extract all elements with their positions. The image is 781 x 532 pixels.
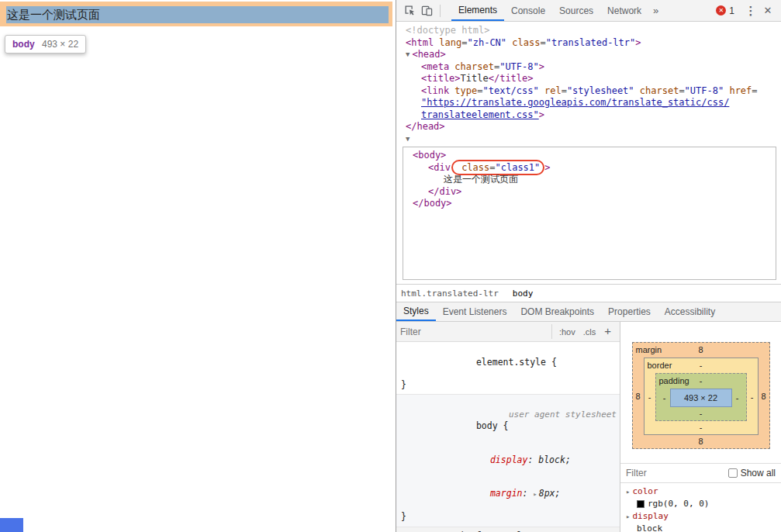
dom-token-p: = <box>679 85 684 96</box>
show-all-toggle[interactable]: Show all <box>728 468 776 478</box>
expand-icon[interactable]: ▸ <box>533 490 537 498</box>
margin-right-value[interactable]: 8 <box>759 392 769 401</box>
dom-line-body-close[interactable]: </body> <box>403 198 776 210</box>
more-tabs-button[interactable]: » <box>648 0 663 21</box>
close-icon[interactable]: ✕ <box>759 2 776 20</box>
tab-network[interactable]: Network <box>600 0 648 21</box>
new-style-rule-button[interactable]: + <box>600 324 616 339</box>
error-count-badge[interactable]: ✕ 1 <box>716 5 734 16</box>
element-classes-button[interactable]: .cls <box>579 326 600 338</box>
dom-token-text: 这是一个测试页面 <box>444 174 518 185</box>
dom-token-tag: </body> <box>413 198 452 209</box>
dom-token-attr: class <box>456 162 489 173</box>
css-property-margin[interactable]: margin: ▸8px; <box>401 477 617 512</box>
border-bottom-value[interactable]: - <box>700 423 703 432</box>
dom-line-body-arrow[interactable]: ▼ <box>396 133 781 146</box>
dom-line-link[interactable]: <link type="text/css" rel="stylesheet" c… <box>396 85 781 98</box>
border-left-value[interactable]: - <box>644 392 655 402</box>
styles-rules-list: element.style { } user agent stylesheet … <box>396 342 620 532</box>
border-right-value[interactable]: - <box>747 392 758 402</box>
padding-left-value[interactable]: - <box>659 393 670 402</box>
margin-label: margin <box>636 343 662 358</box>
tab-elements[interactable]: Elements <box>451 0 504 21</box>
padding-bottom-value[interactable]: - <box>700 409 703 418</box>
border-top-value[interactable]: - <box>700 361 703 370</box>
dom-line-link-url[interactable]: "https://translate.googleapis.com/transl… <box>396 97 781 109</box>
margin-top-value[interactable]: 8 <box>698 345 703 354</box>
computed-filter-input[interactable] <box>626 468 728 478</box>
dom-line-head-open[interactable]: ▼<head> <box>396 49 781 61</box>
screenshot-root: 这是一个测试页面 body 493 × 22 Elements Console … <box>0 0 781 532</box>
padding-right-value[interactable]: - <box>732 393 743 402</box>
margin-left-value[interactable]: 8 <box>633 392 644 401</box>
tab-event-listeners[interactable]: Event Listeners <box>436 302 514 321</box>
inspect-content-overlay: 这是一个测试页面 <box>6 6 389 23</box>
tab-accessibility[interactable]: Accessibility <box>658 302 722 321</box>
tooltip-dimensions: 493 × 22 <box>42 39 78 50</box>
border-label: border <box>648 358 672 373</box>
dom-line-link-url-2[interactable]: translateelement.css"> <box>396 109 781 122</box>
dom-line-doctype[interactable]: <!doctype html> <box>396 25 781 37</box>
page-text: 这是一个测试页面 <box>6 6 389 23</box>
styles-filter-input[interactable] <box>400 326 551 337</box>
inspect-icon <box>404 5 416 16</box>
translate-widget-fragment[interactable] <box>0 518 23 532</box>
brace: { <box>546 357 557 368</box>
kebab-menu-icon[interactable]: ⋮ <box>742 2 759 20</box>
inherited-from-header: Inherited from html.transl… <box>396 527 620 532</box>
toggle-element-state-button[interactable]: :hov <box>555 326 579 338</box>
inspect-element-button[interactable] <box>401 2 418 20</box>
dom-token-tag: <link <box>421 85 449 96</box>
dom-token-val: "UTF-8" <box>499 61 539 72</box>
breadcrumb-html[interactable]: html.translated-ltr <box>401 288 499 299</box>
computed-property-color[interactable]: ▸color <box>620 485 781 498</box>
device-toolbar-button[interactable] <box>418 2 435 20</box>
dom-line-div-close[interactable]: </div> <box>403 186 776 199</box>
dom-line-meta[interactable]: <meta charset="UTF-8"> <box>396 61 781 74</box>
dom-token-tag: </div> <box>428 186 461 197</box>
tab-properties[interactable]: Properties <box>601 302 658 321</box>
box-model-border: border - - padding - <box>644 358 759 435</box>
toolbar-separator <box>440 5 441 17</box>
rule-selector[interactable]: element.style <box>476 357 546 368</box>
breadcrumb-body[interactable]: body <box>513 288 534 299</box>
box-model-margin: margin 8 8 border - - <box>632 342 770 449</box>
tab-styles[interactable]: Styles <box>396 302 436 321</box>
css-property-display[interactable]: display: block; <box>401 443 617 477</box>
expand-icon[interactable]: ▸ <box>626 513 630 520</box>
padding-label: padding <box>659 374 689 389</box>
expand-icon[interactable]: ▸ <box>626 488 630 496</box>
box-model-padding: padding - - 493 × 22 - - <box>655 373 747 421</box>
dom-token-val: "class1" <box>496 162 541 173</box>
dom-line-head-close[interactable]: </head> <box>396 121 781 133</box>
dom-line-div-open[interactable]: <div class="class1"> <box>403 162 776 174</box>
elements-tree: <!doctype html> <html lang="zh-CN" class… <box>396 22 781 284</box>
box-model-content[interactable]: 493 × 22 <box>670 389 732 407</box>
spacer <box>620 449 781 463</box>
show-all-checkbox[interactable] <box>728 468 738 478</box>
devtools-toolbar: Elements Console Sources Network » ✕ 1 ⋮… <box>396 0 781 22</box>
computed-value-display: block <box>620 523 781 532</box>
rule-selector[interactable]: body <box>476 420 498 431</box>
dom-token-val: "zh-CN" <box>467 37 506 48</box>
body-annotation-box: <body> <div class="class1"> 这是一个测试页面 </d… <box>403 147 776 280</box>
dom-line-text[interactable]: 这是一个测试页面 <box>403 174 776 186</box>
computed-property-display[interactable]: ▸display <box>620 510 781 523</box>
tab-console[interactable]: Console <box>504 0 552 21</box>
rule-origin: user agent stylesheet <box>509 409 617 421</box>
margin-bottom-value[interactable]: 8 <box>698 437 703 446</box>
show-all-label: Show all <box>741 468 776 478</box>
collapse-arrow-icon: ▼ <box>406 50 410 58</box>
tooltip-tag-name: body <box>12 39 35 50</box>
dom-token-attr: type <box>449 85 477 96</box>
collapse-arrow-icon: ▼ <box>406 135 410 143</box>
tab-dom-breakpoints[interactable]: DOM Breakpoints <box>513 302 601 321</box>
dom-token-tag: <head> <box>412 49 445 60</box>
dom-line-html[interactable]: <html lang="zh-CN" class="translated-ltr… <box>396 37 781 50</box>
computed-properties-list: ▸color rgb(0, 0, 0) ▸display block <box>620 483 781 532</box>
dom-line-title[interactable]: <title>Title</title> <box>396 73 781 85</box>
error-count: 1 <box>729 5 734 16</box>
dom-token-doctype: <!doctype html> <box>406 25 489 36</box>
tab-sources[interactable]: Sources <box>552 0 600 21</box>
padding-top-value[interactable]: - <box>700 376 703 385</box>
